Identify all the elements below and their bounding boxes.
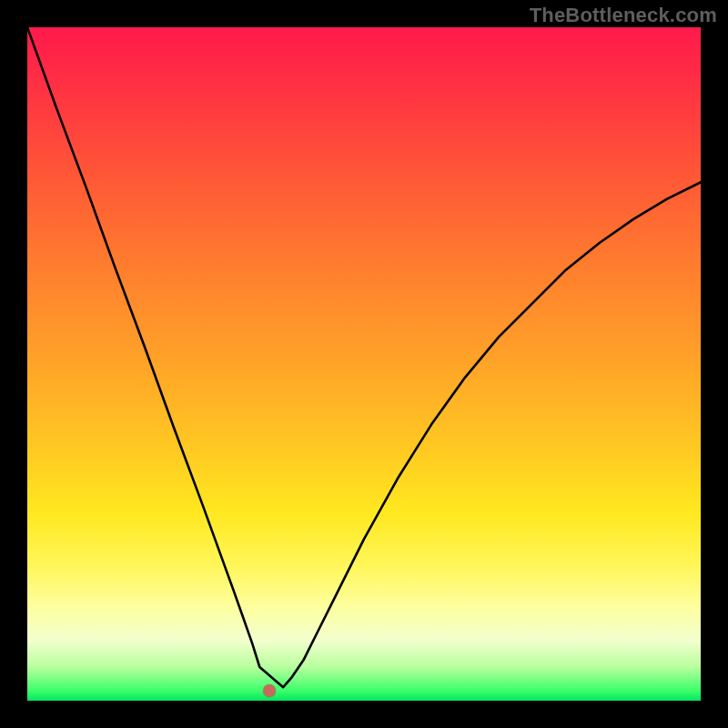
chart-frame: TheBottleneck.com bbox=[0, 0, 728, 728]
watermark-text: TheBottleneck.com bbox=[530, 4, 717, 27]
plot-area bbox=[27, 27, 701, 701]
bottleneck-curve bbox=[27, 27, 701, 701]
minimum-marker-icon bbox=[263, 684, 276, 697]
